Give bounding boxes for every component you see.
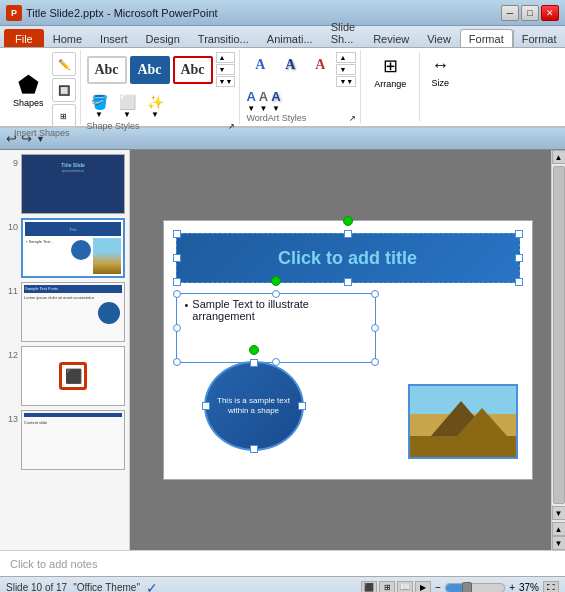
app-icon: P xyxy=(6,5,22,21)
shape-styles-more[interactable]: ▲ ▼ ▼▼ xyxy=(216,52,236,87)
slide-thumb-9[interactable]: 9 Title Slide presentation xyxy=(4,154,125,214)
tab-review[interactable]: Review xyxy=(364,29,418,47)
wordart-more[interactable]: ▲ ▼ ▼▼ xyxy=(336,52,356,87)
shape-more-button[interactable]: ⊞ xyxy=(52,104,76,128)
circle-rotation-handle[interactable] xyxy=(249,345,259,355)
text-outline-button[interactable]: A ▼ xyxy=(259,89,268,113)
slide-thumb-12[interactable]: 12 ⬛ xyxy=(4,346,125,406)
thumb10-circle xyxy=(71,240,91,260)
tab-format-picture[interactable]: Format xyxy=(513,29,565,47)
thumb12-symbol: ⬛ xyxy=(65,368,82,384)
tab-view[interactable]: View xyxy=(418,29,460,47)
zoom-out-button[interactable]: − xyxy=(435,582,441,592)
handle-tr xyxy=(515,230,523,238)
wordart-btn-1[interactable]: A xyxy=(246,52,274,78)
proofing-icon[interactable]: ✓ xyxy=(146,580,158,593)
slide-title-text: Click to add title xyxy=(278,248,417,269)
shape-styles-group: Abc Abc Abc ▲ ▼ ▼▼ 🪣 ▼ ⬜ ▼ xyxy=(83,50,241,124)
notes-area[interactable]: Click to add notes xyxy=(0,550,565,576)
handle-bl xyxy=(173,278,181,286)
slide-img-9[interactable]: Title Slide presentation xyxy=(21,154,125,214)
redo-button[interactable]: ↪ xyxy=(21,131,32,146)
qat-more-button[interactable]: ▼ xyxy=(36,134,45,144)
tab-file[interactable]: File xyxy=(4,29,44,47)
arrange-icon: ⊞ xyxy=(383,55,398,77)
tab-animations[interactable]: Animati... xyxy=(258,29,322,47)
slide-thumb-13[interactable]: 13 Content slide xyxy=(4,410,125,470)
scroll-down-button[interactable]: ▼ xyxy=(552,506,566,520)
zoom-handle[interactable] xyxy=(462,582,472,593)
slide-num-12: 12 xyxy=(4,350,18,360)
tab-design[interactable]: Design xyxy=(137,29,189,47)
slide-img-11[interactable]: Sample Text Fonts Lorem ipsum dolor sit … xyxy=(21,282,125,342)
wordart-expand[interactable]: ↗ xyxy=(349,114,356,123)
shape-style-blue[interactable]: Abc xyxy=(130,56,170,84)
undo-button[interactable]: ↩ xyxy=(6,131,17,146)
zoom-in-button[interactable]: + xyxy=(509,582,515,592)
text-handle-mr xyxy=(371,324,379,332)
shape-style-red[interactable]: Abc xyxy=(173,56,213,84)
tab-format-drawing[interactable]: Format xyxy=(460,29,513,47)
shape-styles-label: Shape Styles xyxy=(87,121,140,131)
slide-img-12[interactable]: ⬛ xyxy=(21,346,125,406)
outline-icon: ⬜ xyxy=(119,94,136,110)
shape-fill-button[interactable]: 🔲 xyxy=(52,78,76,102)
text-rotation-handle[interactable] xyxy=(271,276,281,286)
thumb10-header-text: Title xyxy=(69,227,76,232)
slide-img-10[interactable]: Title • Sample Text... xyxy=(21,218,125,278)
photo-box[interactable] xyxy=(408,384,518,459)
wordart-btn-2[interactable]: A xyxy=(276,52,304,78)
close-button[interactable]: ✕ xyxy=(541,5,559,21)
text-effects-label: ▼ xyxy=(272,104,280,113)
slideshow-button[interactable]: ▶ xyxy=(415,581,431,593)
vertical-scrollbar[interactable]: ▲ ▼ ▲ ▼ xyxy=(551,150,565,550)
slide-thumb-10[interactable]: 10 Title • Sample Text... xyxy=(4,218,125,278)
scroll-thumb[interactable] xyxy=(553,166,565,504)
arrange-button[interactable]: ⊞ Arrange xyxy=(367,52,413,92)
shape-edit-button[interactable]: ✏️ xyxy=(52,52,76,76)
shapes-icon: ⬟ xyxy=(18,73,39,97)
tab-transitions[interactable]: Transitio... xyxy=(189,29,258,47)
circle-shape[interactable]: This is a sample text within a shape xyxy=(204,361,304,451)
tab-home[interactable]: Home xyxy=(44,29,91,47)
normal-view-button[interactable]: ⬛ xyxy=(361,581,377,593)
zoom-slider[interactable] xyxy=(445,583,505,593)
shape-fill-button-2[interactable]: 🪣 ▼ xyxy=(87,92,112,121)
quick-access-toolbar: ↩ ↪ ▼ xyxy=(0,128,565,150)
thumb11-body: Lorem ipsum dolor sit amet consectetur xyxy=(24,295,122,301)
tab-insert[interactable]: Insert xyxy=(91,29,137,47)
fill-label: ▼ xyxy=(95,110,103,119)
scroll-pan-up[interactable]: ▲ xyxy=(552,522,566,536)
tab-slideshow[interactable]: Slide Sh... xyxy=(322,17,364,47)
scroll-pan-down[interactable]: ▼ xyxy=(552,536,566,550)
size-button[interactable]: ↔ Size xyxy=(424,52,456,91)
minimize-button[interactable]: ─ xyxy=(501,5,519,21)
text-effects-button[interactable]: A ▼ xyxy=(271,89,280,113)
shapes-button[interactable]: ⬟ Shapes xyxy=(8,70,49,111)
shapes-label: Shapes xyxy=(13,98,44,108)
shape-style-plain[interactable]: Abc xyxy=(87,56,127,84)
slide-img-13[interactable]: Content slide xyxy=(21,410,125,470)
zoom-track xyxy=(446,584,463,592)
slide-title-area[interactable]: Click to add title xyxy=(176,233,520,283)
scroll-up-button[interactable]: ▲ xyxy=(552,150,566,164)
slide-text-box[interactable]: • Sample Text to illustrate arrangement xyxy=(176,293,376,363)
ribbon-content: ⬟ Shapes ✏️ 🔲 ⊞ Insert Shapes Abc Abc Ab… xyxy=(0,48,565,128)
thumb10-header: Title xyxy=(25,222,121,236)
slide-canvas[interactable]: Click to add title • xyxy=(163,220,533,480)
rotation-handle[interactable] xyxy=(343,216,353,226)
slide-num-9: 9 xyxy=(4,158,18,168)
handle-tl xyxy=(173,230,181,238)
size-group-inner: ↔ Size xyxy=(424,52,456,122)
shape-effects-button[interactable]: ✨ ▼ xyxy=(143,92,168,121)
wordart-btn-3[interactable]: A xyxy=(306,52,334,78)
shape-styles-expand[interactable]: ↗ xyxy=(228,122,235,131)
slide-panel[interactable]: 9 Title Slide presentation 10 Title • Sa… xyxy=(0,150,130,550)
text-fill-button[interactable]: A ▼ xyxy=(246,89,255,113)
slide-thumb-11[interactable]: 11 Sample Text Fonts Lorem ipsum dolor s… xyxy=(4,282,125,342)
maximize-button[interactable]: □ xyxy=(521,5,539,21)
reading-view-button[interactable]: 📖 xyxy=(397,581,413,593)
slide-sorter-button[interactable]: ⊞ xyxy=(379,581,395,593)
fit-slide-button[interactable]: ⛶ xyxy=(543,581,559,593)
shape-outline-button[interactable]: ⬜ ▼ xyxy=(115,92,140,121)
